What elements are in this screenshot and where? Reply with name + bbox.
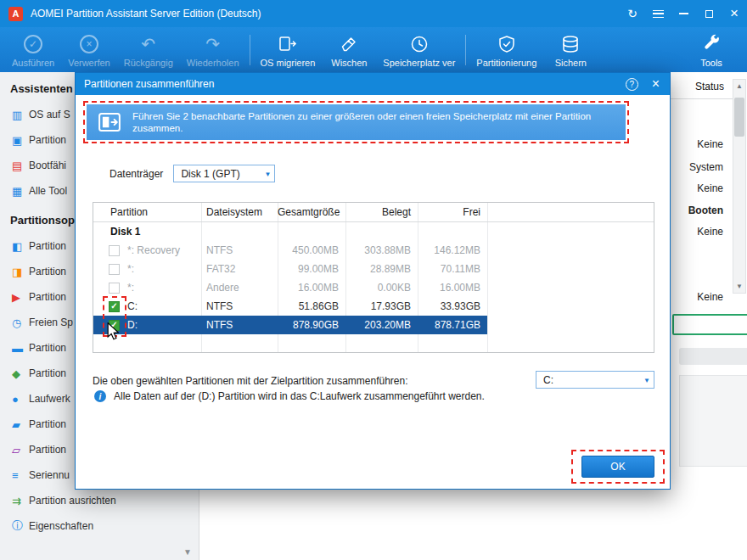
merge-partition-icon: ▶ bbox=[12, 291, 29, 304]
toolbar-button-tools[interactable]: Tools bbox=[688, 27, 735, 72]
toolbar-separator bbox=[250, 35, 250, 65]
help-icon[interactable]: ? bbox=[626, 78, 638, 91]
quick-partition-icon bbox=[497, 34, 517, 55]
column-header-frei[interactable]: Frei bbox=[418, 206, 487, 218]
ok-button[interactable]: OK bbox=[581, 456, 654, 478]
scroll-down-icon[interactable]: ▼ bbox=[736, 283, 743, 290]
titlebar: A AOMEI Partition Assistant Server Editi… bbox=[0, 0, 747, 27]
target-partition-label: Die oben gewählten Partitionen mit der Z… bbox=[93, 375, 408, 387]
resize-partition-icon: ◧ bbox=[12, 240, 29, 253]
partition-label: *: bbox=[127, 282, 134, 294]
filesystem-cell: NTFS bbox=[201, 319, 278, 331]
sidebar-item-label: Seriennu bbox=[29, 469, 70, 481]
sidebar-scroll-down-icon[interactable]: ▼ bbox=[183, 547, 192, 557]
wipe-icon bbox=[339, 34, 359, 55]
scrollbar-thumb[interactable] bbox=[734, 98, 744, 137]
dialog-title: Partitionen zusammenführen bbox=[84, 78, 214, 90]
label-partition-icon: ▰ bbox=[12, 418, 29, 431]
status-value: Keine bbox=[662, 291, 723, 303]
sidebar-item-partition-ausrichten[interactable]: ⇉Partition ausrichten bbox=[0, 488, 199, 513]
toolbar-button-wiederholen[interactable]: ↷Wiederholen bbox=[180, 27, 246, 72]
column-header-belegt[interactable]: Belegt bbox=[345, 206, 418, 218]
toolbar-button-ausführen[interactable]: ✓Ausführen bbox=[5, 27, 61, 72]
toolbar-button-rückgängig[interactable]: ↶Rückgängig bbox=[117, 27, 180, 72]
toolbar: ✓Ausführen×Verwerfen↶Rückgängig↷Wiederho… bbox=[0, 27, 747, 72]
maximize-button[interactable] bbox=[696, 0, 722, 27]
dialog-close-icon[interactable]: × bbox=[652, 76, 660, 92]
merge-note-text: Alle Daten auf der (D:) Partition wird i… bbox=[114, 390, 485, 402]
app-logo-letter: A bbox=[13, 8, 20, 19]
chevron-down-icon: ▼ bbox=[264, 170, 271, 177]
target-partition-select[interactable]: C: ▼ bbox=[536, 371, 654, 389]
clone-wizard-icon: ▣ bbox=[12, 134, 29, 147]
column-header-gesamtgröße[interactable]: Gesamtgröße bbox=[278, 206, 345, 218]
close-button[interactable]: × bbox=[722, 0, 747, 27]
filesystem-cell: NTFS bbox=[201, 300, 278, 312]
free-cell: 878.71GB bbox=[418, 319, 487, 331]
sidebar-item-eigenschaften[interactable]: ⓘEigenschaften bbox=[0, 513, 199, 539]
status-value: Keine bbox=[662, 182, 723, 194]
partition-row-[interactable]: *:FAT3299.00MB28.89MB70.11MB bbox=[93, 260, 487, 278]
section-header-label: Partitionsop bbox=[10, 214, 75, 227]
minimize-button[interactable] bbox=[671, 0, 696, 27]
table-group-row: Disk 1 bbox=[93, 222, 654, 241]
toolbar-button-os-migrieren[interactable]: OS migrieren bbox=[254, 27, 323, 72]
toolbar-button-label: Speicherplatz ver bbox=[383, 58, 455, 68]
disk-group-label: Disk 1 bbox=[93, 226, 433, 238]
partition-checkbox[interactable] bbox=[109, 283, 120, 294]
discard-icon: × bbox=[80, 34, 98, 55]
check-partition-icon: ▱ bbox=[12, 444, 29, 456]
toolbar-button-label: Ausführen bbox=[12, 58, 54, 68]
refresh-icon[interactable]: ↻ bbox=[620, 0, 645, 27]
toolbar-separator bbox=[465, 35, 466, 65]
scroll-up-icon[interactable]: ▲ bbox=[736, 82, 743, 90]
sidebar-item-label: OS auf S bbox=[29, 109, 70, 120]
column-header-partition[interactable]: Partition bbox=[93, 206, 201, 218]
merge-note-row: i Alle Daten auf der (D:) Partition wird… bbox=[94, 390, 485, 402]
partition-row-c[interactable]: ✓C:NTFS51.86GB17.93GB33.93GB bbox=[93, 297, 487, 316]
partition-label: D: bbox=[127, 319, 138, 331]
filesystem-cell: Andere bbox=[201, 282, 278, 294]
toolbar-button-label: Sichern bbox=[555, 58, 587, 68]
window-title: AOMEI Partition Assistant Server Edition… bbox=[31, 8, 261, 20]
bootable-media-icon: ▤ bbox=[12, 160, 29, 172]
align-partition-icon: ⇉ bbox=[12, 495, 29, 507]
partition-row-[interactable]: *:Andere16.00MB0.00KB16.00MB bbox=[93, 278, 487, 297]
partition-row-d[interactable]: ✓D:NTFS878.90GB203.20MB878.71GB bbox=[93, 316, 487, 334]
total-size-cell: 16.00MB bbox=[278, 282, 345, 294]
sidebar-item-label: Partition bbox=[29, 134, 66, 146]
apply-icon: ✓ bbox=[24, 34, 42, 55]
sidebar-item-label: Bootfähi bbox=[29, 160, 66, 171]
free-cell: 33.93GB bbox=[418, 300, 487, 312]
toolbar-button-label: Rückgängig bbox=[124, 58, 173, 68]
status-value: System bbox=[662, 161, 723, 173]
selected-disk-outline bbox=[672, 314, 747, 335]
toolbar-button-wischen[interactable]: Wischen bbox=[322, 27, 376, 72]
sidebar-item-label: Freien Sp bbox=[29, 316, 73, 328]
toolbar-button-sichern[interactable]: Sichern bbox=[543, 27, 598, 72]
partition-name-cell: *: bbox=[93, 282, 201, 294]
total-size-cell: 51.86GB bbox=[278, 300, 345, 312]
column-header-dateisystem[interactable]: Dateisystem bbox=[201, 206, 278, 218]
column-header-status[interactable]: Status bbox=[695, 81, 724, 92]
disk-select-label: Datenträger bbox=[110, 168, 163, 180]
disk-select-value: Disk 1 (GPT) bbox=[181, 168, 239, 180]
partition-label: *: bbox=[127, 263, 134, 275]
tools-icon bbox=[701, 34, 722, 55]
partition-checkbox[interactable] bbox=[109, 264, 120, 275]
toolbar-button-verwerfen[interactable]: ×Verwerfen bbox=[61, 27, 117, 72]
status-value: Booten bbox=[662, 204, 723, 216]
sidebar-item-label: Partition bbox=[29, 291, 66, 303]
disk-select[interactable]: Disk 1 (GPT) ▼ bbox=[173, 165, 275, 182]
partition-name-cell: *: Recovery bbox=[93, 244, 201, 256]
format-partition-icon: ◆ bbox=[12, 367, 29, 380]
legend-box bbox=[679, 348, 747, 365]
menu-icon[interactable] bbox=[645, 0, 671, 27]
partition-row-recovery[interactable]: *: RecoveryNTFS450.00MB303.88MB146.12MB bbox=[93, 241, 487, 260]
backup-icon bbox=[560, 34, 581, 55]
move-partition-icon: ◨ bbox=[12, 266, 29, 278]
toolbar-button-partitionierung[interactable]: Partitionierung bbox=[469, 27, 543, 72]
toolbar-button-speicherplatz-ver[interactable]: Speicherplatz ver bbox=[376, 27, 462, 72]
info-icon: i bbox=[94, 390, 106, 402]
partition-checkbox[interactable] bbox=[109, 245, 120, 256]
